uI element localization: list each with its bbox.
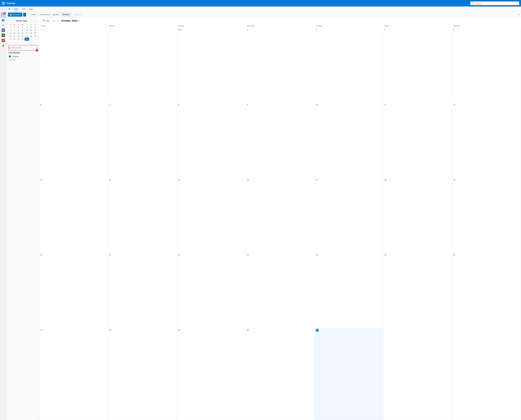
mini-cal-cell[interactable]: 1: [29, 38, 33, 41]
mini-cal-cell[interactable]: 14: [12, 32, 16, 35]
cal-cell-today[interactable]: 31: [314, 328, 383, 420]
cal-nav-up-button[interactable]: ∧: [53, 19, 55, 22]
cal-cell[interactable]: 10: [314, 103, 383, 178]
cal-cell[interactable]: 30: [108, 28, 177, 103]
cal-cell[interactable]: 1: [383, 328, 452, 420]
cal-cell[interactable]: Oct 1: [177, 28, 246, 103]
mini-cal-cell[interactable]: 5: [16, 41, 20, 44]
cal-cell[interactable]: 25: [383, 253, 452, 328]
sidebar-item-people[interactable]: 👥: [1, 18, 6, 22]
new-event-button[interactable]: 📅 New event: [8, 13, 22, 17]
calendar-item-main[interactable]: ✓ Calendar: [8, 55, 37, 58]
mini-cal-cell[interactable]: 17: [25, 32, 29, 35]
cal-cell[interactable]: 22: [177, 253, 246, 328]
mini-cal-cell[interactable]: 30: [12, 26, 16, 29]
view-workweek-button[interactable]: ⊟ Work week: [38, 13, 51, 16]
view-month-button[interactable]: ⊟ Month: [61, 13, 71, 16]
mini-cal-cell[interactable]: 22: [16, 35, 20, 38]
mini-cal-cell[interactable]: 6: [8, 29, 12, 32]
cal-cell[interactable]: 15: [177, 178, 246, 253]
cal-cell[interactable]: 23: [246, 253, 314, 328]
mini-cal-cell[interactable]: 11: [29, 29, 33, 32]
my-calendars-header[interactable]: ▾ My calendars: [8, 52, 37, 54]
mini-cal-cell[interactable]: 26: [33, 35, 37, 38]
sidebar-item-calendar[interactable]: 📅 2: [1, 13, 6, 17]
mini-cal-cell[interactable]: 2: [33, 38, 37, 41]
mini-cal-cell[interactable]: 10: [25, 29, 29, 32]
cal-cell[interactable]: 20: [39, 253, 108, 328]
mini-cal-cell[interactable]: 29: [8, 26, 12, 29]
mini-cal-cell[interactable]: 12: [33, 29, 37, 32]
mini-cal-cell[interactable]: 7: [25, 41, 29, 44]
month-dropdown-icon[interactable]: ∨: [78, 20, 79, 22]
cal-cell[interactable]: 26: [452, 253, 521, 328]
mini-cal-cell[interactable]: 13: [8, 32, 12, 35]
cal-cell[interactable]: 29: [177, 328, 246, 420]
apps-grid-icon[interactable]: [2, 2, 5, 5]
mini-cal-cell[interactable]: 16: [20, 32, 24, 35]
cal-cell[interactable]: 14: [108, 178, 177, 253]
show-all-link[interactable]: Show all: [8, 58, 37, 61]
sidebar-item-tasks[interactable]: ✔: [1, 23, 6, 27]
mini-cal-cell[interactable]: 21: [12, 35, 16, 38]
mini-cal-prev-button[interactable]: ‹: [8, 20, 10, 22]
cal-cell[interactable]: 4: [383, 28, 452, 103]
mini-cal-cell[interactable]: 24: [25, 35, 29, 38]
mini-cal-cell[interactable]: 2: [20, 26, 24, 29]
mini-cal-cell[interactable]: 20: [8, 35, 12, 38]
mini-cal-cell[interactable]: 4: [12, 41, 16, 44]
cal-cell[interactable]: 12: [452, 103, 521, 178]
mini-cal-cell[interactable]: 9: [20, 29, 24, 32]
mini-cal-cell[interactable]: 8: [16, 29, 20, 32]
mini-cal-cell[interactable]: 27: [8, 38, 12, 41]
sidebar-item-excel[interactable]: X: [1, 33, 6, 38]
mini-cal-cell[interactable]: 23: [20, 35, 24, 38]
sidebar-item-allapps[interactable]: ⊞: [1, 43, 6, 48]
cal-cell[interactable]: 5: [452, 28, 521, 103]
mini-cal-cell[interactable]: 7: [12, 29, 16, 32]
cal-cell[interactable]: 27: [39, 328, 108, 420]
cal-cell[interactable]: 17: [314, 178, 383, 253]
mini-cal-cell[interactable]: 8: [29, 41, 33, 44]
tab-home[interactable]: Home: [14, 7, 19, 11]
mini-cal-cell[interactable]: 9: [33, 41, 37, 44]
ribbon-menu-icon[interactable]: ☰: [8, 7, 11, 11]
cal-cell[interactable]: Sep 29: [39, 28, 108, 103]
sidebar-item-powerpoint[interactable]: P: [1, 38, 6, 43]
mini-cal-cell[interactable]: 30: [20, 38, 24, 41]
add-calendar-button[interactable]: ⊞ Add calendar 3: [8, 45, 37, 50]
view-day-button[interactable]: □ Day ▾: [29, 13, 38, 16]
mini-cal-cell[interactable]: 15: [16, 32, 20, 35]
cal-cell[interactable]: 2: [452, 328, 521, 420]
sidebar-item-word[interactable]: W: [1, 28, 6, 32]
cal-cell[interactable]: 8: [177, 103, 246, 178]
mini-cal-cell[interactable]: 18: [29, 32, 33, 35]
cal-cell[interactable]: 24: [314, 253, 383, 328]
mini-cal-cell[interactable]: 3: [25, 26, 29, 29]
view-week-button[interactable]: ▦ Week: [52, 13, 61, 16]
mini-cal-up-button[interactable]: ↑: [32, 20, 35, 22]
cal-cell[interactable]: 2: [246, 28, 314, 103]
filter-icon[interactable]: ≡: [518, 13, 520, 16]
cal-cell[interactable]: 30: [246, 328, 314, 420]
cal-cell[interactable]: 19: [452, 178, 521, 253]
cal-cell[interactable]: 18: [383, 178, 452, 253]
mini-cal-cell[interactable]: 6: [20, 41, 24, 44]
cal-cell[interactable]: 9: [246, 103, 314, 178]
cal-cell[interactable]: 13: [39, 178, 108, 253]
mini-cal-cell[interactable]: 5: [33, 26, 37, 29]
mini-cal-cell[interactable]: 1: [16, 26, 20, 29]
mini-cal-cell[interactable]: 4: [29, 26, 33, 29]
mini-cal-cell[interactable]: 3: [8, 41, 12, 44]
mini-cal-cell[interactable]: 25: [29, 35, 33, 38]
search-input[interactable]: [475, 2, 518, 4]
cal-cell[interactable]: 6: [39, 103, 108, 178]
cal-nav-down-button[interactable]: ∨: [57, 19, 60, 22]
cal-cell[interactable]: 11: [383, 103, 452, 178]
sidebar-item-mail[interactable]: ✉️: [1, 8, 6, 12]
cal-cell[interactable]: 28: [108, 328, 177, 420]
mini-cal-next-button[interactable]: ↓: [35, 20, 37, 22]
tab-view[interactable]: View: [22, 7, 26, 11]
cal-cell[interactable]: 7: [108, 103, 177, 178]
today-button[interactable]: 📅 Today: [41, 19, 51, 22]
